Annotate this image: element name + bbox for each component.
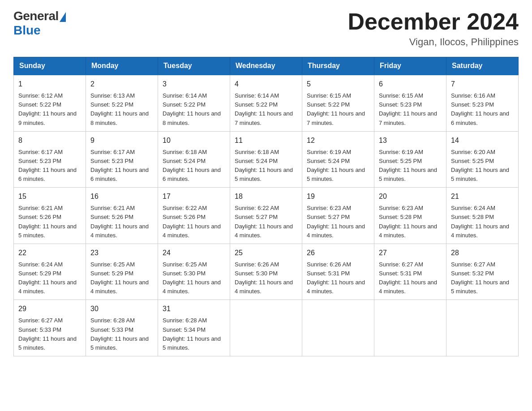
day-number: 7 (451, 79, 514, 90)
calendar-table: SundayMondayTuesdayWednesdayThursdayFrid… (13, 57, 519, 356)
calendar-cell: 11Sunrise: 6:18 AMSunset: 5:24 PMDayligh… (230, 131, 302, 188)
day-info: Sunrise: 6:14 AMSunset: 5:22 PMDaylight:… (235, 92, 293, 126)
calendar-cell (374, 300, 446, 356)
day-number: 29 (18, 304, 81, 314)
day-info: Sunrise: 6:27 AMSunset: 5:32 PMDaylight:… (451, 261, 509, 295)
day-info: Sunrise: 6:18 AMSunset: 5:24 PMDaylight:… (235, 149, 293, 182)
day-info: Sunrise: 6:22 AMSunset: 5:26 PMDaylight:… (163, 205, 221, 238)
day-number: 23 (90, 248, 153, 258)
page-header: General Blue December 2024 Vigan, Ilocos… (13, 9, 519, 48)
calendar-cell: 8Sunrise: 6:17 AMSunset: 5:23 PMDaylight… (14, 131, 86, 188)
day-number: 13 (379, 135, 442, 146)
calendar-cell: 27Sunrise: 6:27 AMSunset: 5:31 PMDayligh… (374, 244, 446, 300)
calendar-cell: 17Sunrise: 6:22 AMSunset: 5:26 PMDayligh… (158, 188, 230, 244)
calendar-cell: 21Sunrise: 6:24 AMSunset: 5:28 PMDayligh… (446, 188, 519, 244)
day-info: Sunrise: 6:27 AMSunset: 5:33 PMDaylight:… (18, 317, 77, 351)
calendar-cell: 30Sunrise: 6:28 AMSunset: 5:33 PMDayligh… (86, 300, 158, 356)
day-info: Sunrise: 6:25 AMSunset: 5:29 PMDaylight:… (90, 261, 149, 295)
day-number: 4 (235, 79, 297, 90)
day-info: Sunrise: 6:18 AMSunset: 5:24 PMDaylight:… (163, 149, 221, 182)
logo-blue-text: Blue (13, 23, 41, 38)
day-number: 17 (163, 191, 225, 202)
day-info: Sunrise: 6:20 AMSunset: 5:25 PMDaylight:… (451, 149, 509, 182)
calendar-header-friday: Friday (374, 57, 446, 75)
day-info: Sunrise: 6:23 AMSunset: 5:28 PMDaylight:… (379, 205, 437, 238)
calendar-week-row: 1Sunrise: 6:12 AMSunset: 5:22 PMDaylight… (14, 75, 519, 131)
calendar-cell (446, 300, 519, 356)
day-number: 1 (18, 79, 81, 90)
calendar-cell (230, 300, 302, 356)
calendar-cell: 12Sunrise: 6:19 AMSunset: 5:24 PMDayligh… (302, 131, 374, 188)
logo-general-text: General (13, 9, 59, 23)
day-number: 14 (451, 135, 514, 146)
day-number: 16 (90, 191, 153, 202)
title-section: December 2024 Vigan, Ilocos, Philippines (348, 9, 519, 48)
calendar-cell: 24Sunrise: 6:25 AMSunset: 5:30 PMDayligh… (158, 244, 230, 300)
day-info: Sunrise: 6:17 AMSunset: 5:23 PMDaylight:… (90, 149, 149, 182)
calendar-cell: 2Sunrise: 6:13 AMSunset: 5:22 PMDaylight… (86, 75, 158, 131)
day-number: 8 (18, 135, 81, 146)
day-number: 6 (379, 79, 442, 90)
calendar-header-sunday: Sunday (14, 57, 86, 75)
day-info: Sunrise: 6:21 AMSunset: 5:26 PMDaylight:… (18, 205, 77, 238)
calendar-cell: 22Sunrise: 6:24 AMSunset: 5:29 PMDayligh… (14, 244, 86, 300)
day-number: 25 (235, 248, 297, 258)
day-number: 21 (451, 191, 514, 202)
calendar-header-row: SundayMondayTuesdayWednesdayThursdayFrid… (14, 57, 519, 75)
day-number: 20 (379, 191, 442, 202)
calendar-cell: 19Sunrise: 6:23 AMSunset: 5:27 PMDayligh… (302, 188, 374, 244)
logo-triangle-icon (60, 12, 66, 22)
calendar-cell: 13Sunrise: 6:19 AMSunset: 5:25 PMDayligh… (374, 131, 446, 188)
day-info: Sunrise: 6:12 AMSunset: 5:22 PMDaylight:… (18, 92, 77, 126)
day-number: 26 (307, 248, 369, 258)
day-info: Sunrise: 6:24 AMSunset: 5:29 PMDaylight:… (18, 261, 77, 295)
day-number: 9 (90, 135, 153, 146)
day-number: 31 (163, 304, 225, 314)
day-info: Sunrise: 6:17 AMSunset: 5:23 PMDaylight:… (18, 149, 77, 182)
day-info: Sunrise: 6:27 AMSunset: 5:31 PMDaylight:… (379, 261, 437, 295)
logo: General Blue (13, 9, 66, 38)
day-number: 24 (163, 248, 225, 258)
day-number: 3 (163, 79, 225, 90)
day-info: Sunrise: 6:21 AMSunset: 5:26 PMDaylight:… (90, 205, 149, 238)
day-info: Sunrise: 6:19 AMSunset: 5:25 PMDaylight:… (379, 149, 437, 182)
calendar-cell: 26Sunrise: 6:26 AMSunset: 5:31 PMDayligh… (302, 244, 374, 300)
calendar-week-row: 22Sunrise: 6:24 AMSunset: 5:29 PMDayligh… (14, 244, 519, 300)
calendar-cell: 9Sunrise: 6:17 AMSunset: 5:23 PMDaylight… (86, 131, 158, 188)
calendar-cell: 10Sunrise: 6:18 AMSunset: 5:24 PMDayligh… (158, 131, 230, 188)
day-number: 15 (18, 191, 81, 202)
day-info: Sunrise: 6:28 AMSunset: 5:33 PMDaylight:… (90, 317, 149, 351)
day-info: Sunrise: 6:26 AMSunset: 5:31 PMDaylight:… (307, 261, 365, 295)
location-subtitle: Vigan, Ilocos, Philippines (348, 36, 519, 48)
calendar-header-monday: Monday (86, 57, 158, 75)
calendar-cell: 14Sunrise: 6:20 AMSunset: 5:25 PMDayligh… (446, 131, 519, 188)
calendar-cell: 15Sunrise: 6:21 AMSunset: 5:26 PMDayligh… (14, 188, 86, 244)
calendar-cell: 18Sunrise: 6:22 AMSunset: 5:27 PMDayligh… (230, 188, 302, 244)
calendar-cell: 16Sunrise: 6:21 AMSunset: 5:26 PMDayligh… (86, 188, 158, 244)
day-info: Sunrise: 6:24 AMSunset: 5:28 PMDaylight:… (451, 205, 509, 238)
calendar-cell: 4Sunrise: 6:14 AMSunset: 5:22 PMDaylight… (230, 75, 302, 131)
day-info: Sunrise: 6:25 AMSunset: 5:30 PMDaylight:… (163, 261, 221, 295)
day-number: 10 (163, 135, 225, 146)
day-number: 18 (235, 191, 297, 202)
calendar-week-row: 15Sunrise: 6:21 AMSunset: 5:26 PMDayligh… (14, 188, 519, 244)
calendar-header-tuesday: Tuesday (158, 57, 230, 75)
day-number: 2 (90, 79, 153, 90)
day-number: 28 (451, 248, 514, 258)
calendar-cell: 1Sunrise: 6:12 AMSunset: 5:22 PMDaylight… (14, 75, 86, 131)
calendar-header-thursday: Thursday (302, 57, 374, 75)
day-number: 19 (307, 191, 369, 202)
day-number: 30 (90, 304, 153, 314)
calendar-week-row: 8Sunrise: 6:17 AMSunset: 5:23 PMDaylight… (14, 131, 519, 188)
calendar-week-row: 29Sunrise: 6:27 AMSunset: 5:33 PMDayligh… (14, 300, 519, 356)
month-year-title: December 2024 (348, 9, 519, 34)
day-info: Sunrise: 6:13 AMSunset: 5:22 PMDaylight:… (90, 92, 149, 126)
calendar-cell: 5Sunrise: 6:15 AMSunset: 5:22 PMDaylight… (302, 75, 374, 131)
day-info: Sunrise: 6:26 AMSunset: 5:30 PMDaylight:… (235, 261, 293, 295)
calendar-header-saturday: Saturday (446, 57, 519, 75)
day-number: 12 (307, 135, 369, 146)
calendar-cell: 20Sunrise: 6:23 AMSunset: 5:28 PMDayligh… (374, 188, 446, 244)
calendar-cell: 28Sunrise: 6:27 AMSunset: 5:32 PMDayligh… (446, 244, 519, 300)
calendar-cell: 3Sunrise: 6:14 AMSunset: 5:22 PMDaylight… (158, 75, 230, 131)
day-number: 11 (235, 135, 297, 146)
